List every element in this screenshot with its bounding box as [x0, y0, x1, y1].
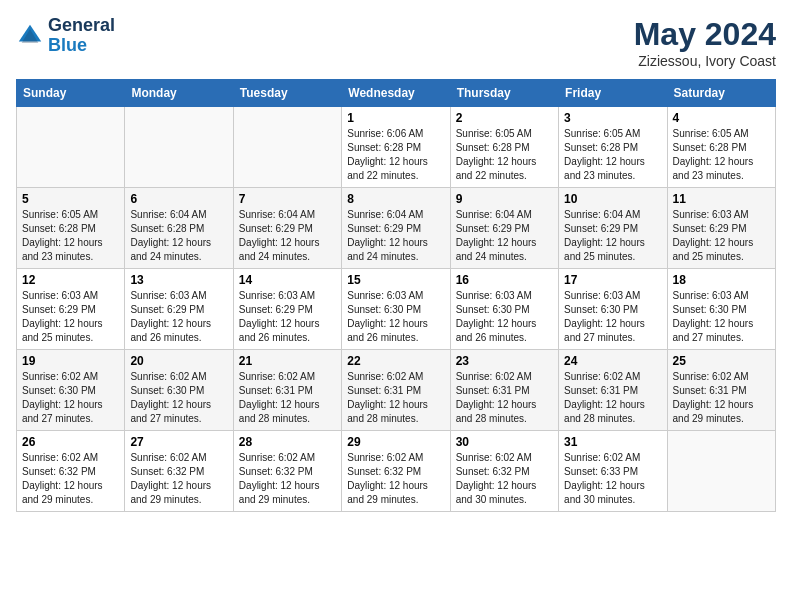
calendar-cell: 11Sunrise: 6:03 AM Sunset: 6:29 PM Dayli… — [667, 188, 775, 269]
calendar-cell: 12Sunrise: 6:03 AM Sunset: 6:29 PM Dayli… — [17, 269, 125, 350]
day-number: 26 — [22, 435, 119, 449]
logo: GeneralBlue — [16, 16, 115, 56]
day-info: Sunrise: 6:06 AM Sunset: 6:28 PM Dayligh… — [347, 127, 444, 183]
day-info: Sunrise: 6:02 AM Sunset: 6:30 PM Dayligh… — [22, 370, 119, 426]
day-info: Sunrise: 6:04 AM Sunset: 6:29 PM Dayligh… — [456, 208, 553, 264]
day-number: 29 — [347, 435, 444, 449]
calendar-cell — [17, 107, 125, 188]
calendar-cell: 31Sunrise: 6:02 AM Sunset: 6:33 PM Dayli… — [559, 431, 667, 512]
calendar-week-3: 12Sunrise: 6:03 AM Sunset: 6:29 PM Dayli… — [17, 269, 776, 350]
day-number: 6 — [130, 192, 227, 206]
calendar-cell: 17Sunrise: 6:03 AM Sunset: 6:30 PM Dayli… — [559, 269, 667, 350]
day-info: Sunrise: 6:02 AM Sunset: 6:33 PM Dayligh… — [564, 451, 661, 507]
calendar-cell: 28Sunrise: 6:02 AM Sunset: 6:32 PM Dayli… — [233, 431, 341, 512]
day-number: 12 — [22, 273, 119, 287]
day-info: Sunrise: 6:05 AM Sunset: 6:28 PM Dayligh… — [456, 127, 553, 183]
month-title: May 2024 — [634, 16, 776, 53]
calendar-week-5: 26Sunrise: 6:02 AM Sunset: 6:32 PM Dayli… — [17, 431, 776, 512]
calendar-cell: 26Sunrise: 6:02 AM Sunset: 6:32 PM Dayli… — [17, 431, 125, 512]
day-info: Sunrise: 6:03 AM Sunset: 6:30 PM Dayligh… — [347, 289, 444, 345]
calendar-cell: 21Sunrise: 6:02 AM Sunset: 6:31 PM Dayli… — [233, 350, 341, 431]
calendar-cell: 30Sunrise: 6:02 AM Sunset: 6:32 PM Dayli… — [450, 431, 558, 512]
weekday-wednesday: Wednesday — [342, 80, 450, 107]
calendar-cell — [233, 107, 341, 188]
day-info: Sunrise: 6:04 AM Sunset: 6:29 PM Dayligh… — [239, 208, 336, 264]
weekday-thursday: Thursday — [450, 80, 558, 107]
calendar-cell: 3Sunrise: 6:05 AM Sunset: 6:28 PM Daylig… — [559, 107, 667, 188]
day-info: Sunrise: 6:02 AM Sunset: 6:30 PM Dayligh… — [130, 370, 227, 426]
day-info: Sunrise: 6:04 AM Sunset: 6:29 PM Dayligh… — [564, 208, 661, 264]
calendar-cell: 2Sunrise: 6:05 AM Sunset: 6:28 PM Daylig… — [450, 107, 558, 188]
logo-icon — [16, 22, 44, 50]
day-info: Sunrise: 6:03 AM Sunset: 6:30 PM Dayligh… — [564, 289, 661, 345]
calendar-cell: 19Sunrise: 6:02 AM Sunset: 6:30 PM Dayli… — [17, 350, 125, 431]
calendar-cell: 5Sunrise: 6:05 AM Sunset: 6:28 PM Daylig… — [17, 188, 125, 269]
day-number: 20 — [130, 354, 227, 368]
calendar-week-1: 1Sunrise: 6:06 AM Sunset: 6:28 PM Daylig… — [17, 107, 776, 188]
day-number: 11 — [673, 192, 770, 206]
day-info: Sunrise: 6:04 AM Sunset: 6:29 PM Dayligh… — [347, 208, 444, 264]
calendar-cell: 29Sunrise: 6:02 AM Sunset: 6:32 PM Dayli… — [342, 431, 450, 512]
day-info: Sunrise: 6:02 AM Sunset: 6:31 PM Dayligh… — [564, 370, 661, 426]
weekday-sunday: Sunday — [17, 80, 125, 107]
day-info: Sunrise: 6:03 AM Sunset: 6:29 PM Dayligh… — [239, 289, 336, 345]
calendar-cell: 4Sunrise: 6:05 AM Sunset: 6:28 PM Daylig… — [667, 107, 775, 188]
title-block: May 2024 Ziziessou, Ivory Coast — [634, 16, 776, 69]
calendar-table: SundayMondayTuesdayWednesdayThursdayFrid… — [16, 79, 776, 512]
day-info: Sunrise: 6:05 AM Sunset: 6:28 PM Dayligh… — [22, 208, 119, 264]
day-number: 25 — [673, 354, 770, 368]
weekday-header-row: SundayMondayTuesdayWednesdayThursdayFrid… — [17, 80, 776, 107]
day-number: 2 — [456, 111, 553, 125]
calendar-cell — [667, 431, 775, 512]
calendar-week-4: 19Sunrise: 6:02 AM Sunset: 6:30 PM Dayli… — [17, 350, 776, 431]
calendar-cell — [125, 107, 233, 188]
day-number: 28 — [239, 435, 336, 449]
day-info: Sunrise: 6:03 AM Sunset: 6:30 PM Dayligh… — [673, 289, 770, 345]
day-number: 21 — [239, 354, 336, 368]
calendar-cell: 23Sunrise: 6:02 AM Sunset: 6:31 PM Dayli… — [450, 350, 558, 431]
weekday-monday: Monday — [125, 80, 233, 107]
calendar-cell: 24Sunrise: 6:02 AM Sunset: 6:31 PM Dayli… — [559, 350, 667, 431]
calendar-cell: 16Sunrise: 6:03 AM Sunset: 6:30 PM Dayli… — [450, 269, 558, 350]
calendar-cell: 6Sunrise: 6:04 AM Sunset: 6:28 PM Daylig… — [125, 188, 233, 269]
page-header: GeneralBlue May 2024 Ziziessou, Ivory Co… — [16, 16, 776, 69]
day-info: Sunrise: 6:02 AM Sunset: 6:31 PM Dayligh… — [673, 370, 770, 426]
day-number: 24 — [564, 354, 661, 368]
day-info: Sunrise: 6:04 AM Sunset: 6:28 PM Dayligh… — [130, 208, 227, 264]
day-info: Sunrise: 6:03 AM Sunset: 6:29 PM Dayligh… — [130, 289, 227, 345]
day-info: Sunrise: 6:05 AM Sunset: 6:28 PM Dayligh… — [564, 127, 661, 183]
day-info: Sunrise: 6:02 AM Sunset: 6:32 PM Dayligh… — [239, 451, 336, 507]
day-number: 19 — [22, 354, 119, 368]
day-number: 22 — [347, 354, 444, 368]
calendar-week-2: 5Sunrise: 6:05 AM Sunset: 6:28 PM Daylig… — [17, 188, 776, 269]
day-info: Sunrise: 6:03 AM Sunset: 6:30 PM Dayligh… — [456, 289, 553, 345]
weekday-friday: Friday — [559, 80, 667, 107]
day-number: 18 — [673, 273, 770, 287]
calendar-cell: 14Sunrise: 6:03 AM Sunset: 6:29 PM Dayli… — [233, 269, 341, 350]
day-number: 23 — [456, 354, 553, 368]
calendar-cell: 9Sunrise: 6:04 AM Sunset: 6:29 PM Daylig… — [450, 188, 558, 269]
day-number: 4 — [673, 111, 770, 125]
day-number: 9 — [456, 192, 553, 206]
calendar-cell: 8Sunrise: 6:04 AM Sunset: 6:29 PM Daylig… — [342, 188, 450, 269]
day-number: 31 — [564, 435, 661, 449]
day-number: 13 — [130, 273, 227, 287]
day-info: Sunrise: 6:03 AM Sunset: 6:29 PM Dayligh… — [22, 289, 119, 345]
day-info: Sunrise: 6:05 AM Sunset: 6:28 PM Dayligh… — [673, 127, 770, 183]
day-info: Sunrise: 6:02 AM Sunset: 6:32 PM Dayligh… — [347, 451, 444, 507]
day-number: 7 — [239, 192, 336, 206]
day-info: Sunrise: 6:02 AM Sunset: 6:32 PM Dayligh… — [22, 451, 119, 507]
day-info: Sunrise: 6:02 AM Sunset: 6:31 PM Dayligh… — [239, 370, 336, 426]
calendar-cell: 22Sunrise: 6:02 AM Sunset: 6:31 PM Dayli… — [342, 350, 450, 431]
day-number: 15 — [347, 273, 444, 287]
location: Ziziessou, Ivory Coast — [634, 53, 776, 69]
calendar-cell: 10Sunrise: 6:04 AM Sunset: 6:29 PM Dayli… — [559, 188, 667, 269]
weekday-tuesday: Tuesday — [233, 80, 341, 107]
calendar-body: 1Sunrise: 6:06 AM Sunset: 6:28 PM Daylig… — [17, 107, 776, 512]
day-number: 5 — [22, 192, 119, 206]
day-number: 30 — [456, 435, 553, 449]
calendar-cell: 7Sunrise: 6:04 AM Sunset: 6:29 PM Daylig… — [233, 188, 341, 269]
logo-text: GeneralBlue — [48, 16, 115, 56]
day-number: 10 — [564, 192, 661, 206]
calendar-cell: 1Sunrise: 6:06 AM Sunset: 6:28 PM Daylig… — [342, 107, 450, 188]
